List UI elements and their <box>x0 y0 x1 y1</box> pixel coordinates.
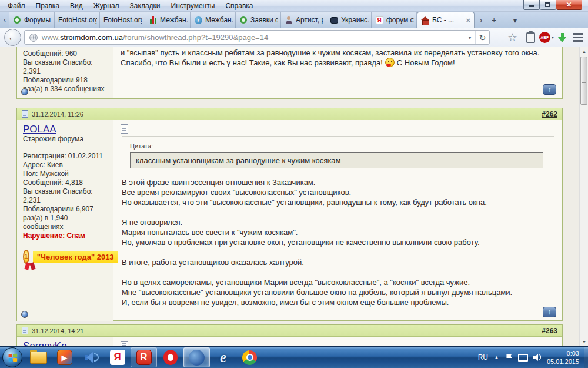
media-player-icon: ▶ <box>57 350 72 365</box>
navigation-toolbar: ← www.stroimdom.com.ua/forum/showthread.… <box>0 28 588 47</box>
download-manager-icon[interactable] <box>558 32 567 43</box>
taskbar-volume-app-button[interactable] <box>78 347 104 367</box>
menu-file[interactable]: Файл <box>2 1 31 11</box>
post-text-line: Но оказывается, что эти "высококлассные"… <box>122 197 553 207</box>
post-date: 31.12.2014, 14:21 <box>32 327 84 334</box>
scrollbar-thumb[interactable] <box>580 57 587 105</box>
url-bar[interactable]: www.stroimdom.com.ua/forum/showthread.ph… <box>24 30 490 45</box>
menu-bookmarks[interactable]: Закладки <box>125 1 166 11</box>
tab-fotohost-2[interactable]: FotoHost.org <box>100 12 145 28</box>
post-text-line <box>122 267 553 277</box>
back-button[interactable]: ← <box>4 29 21 46</box>
tray-date: 05.01.2015 <box>547 357 579 366</box>
award-badge: 1 "Человек года" 2013 <box>23 250 107 264</box>
start-button[interactable] <box>2 347 22 367</box>
scroll-to-top-button[interactable]: ↑ <box>543 307 556 317</box>
tab-zayavki[interactable]: Заявки ф... <box>236 12 281 28</box>
user-title: Старожил форума <box>23 135 107 144</box>
tab-forums[interactable]: Форумы ... <box>9 12 55 28</box>
scroll-to-top-button[interactable]: ↑ <box>543 84 556 95</box>
tab-artist[interactable]: Артист, р... <box>281 12 326 28</box>
post-content: и "всыпав" пусть и классным ребятам за р… <box>113 47 562 98</box>
taskbar-opera-button[interactable] <box>157 347 183 367</box>
post-type-icon <box>121 341 128 346</box>
post-type-icon <box>121 124 128 134</box>
user-stat: Поблагодарили 918 раз(а) в 334 сообщения… <box>23 76 107 94</box>
minimize-button[interactable] <box>523 0 540 10</box>
user-stat: Сообщений: 960 <box>23 49 107 58</box>
bookmark-star-icon[interactable]: ☆ <box>507 32 517 44</box>
close-button[interactable]: ✕ <box>556 0 582 10</box>
tab-mezhban-2[interactable]: i Межбан... <box>191 12 236 28</box>
post-number-link[interactable]: #263 <box>542 327 557 335</box>
post-text-line: Спасибо, что Вы были и есть у нас! Такие… <box>121 58 555 68</box>
firefox-menubar: Файл Правка Вид Журнал Закладки Инструме… <box>0 0 588 12</box>
volume-app-icon <box>83 351 99 364</box>
post-262: 31.12.2014, 11:26 #262 POLAA Старожил фо… <box>16 108 563 321</box>
history-dropdown-icon[interactable]: ▾ <box>465 35 475 41</box>
opera-icon <box>163 350 178 365</box>
reload-icon[interactable]: ↻ <box>475 31 489 44</box>
taskbar-explorer-button[interactable] <box>25 347 51 367</box>
online-status-icon <box>21 88 28 95</box>
url-domain: stroimdom.com.ua <box>60 33 123 42</box>
post-text-line: Мне "высококлассные" установщики установ… <box>122 287 553 297</box>
show-desktop-button[interactable] <box>584 347 588 368</box>
speaker-icon[interactable] <box>533 353 541 362</box>
action-center-flag-icon[interactable] <box>505 353 512 362</box>
divider <box>122 136 554 137</box>
new-tab-button[interactable]: + <box>487 12 500 28</box>
clipboard-icon[interactable] <box>526 32 535 43</box>
show-hidden-icons-chevron[interactable]: ▲ <box>494 354 499 360</box>
page-scrollbar[interactable]: ▲ ▼ <box>579 47 588 346</box>
adblock-button[interactable]: ABP ▾ <box>539 32 554 43</box>
network-icon[interactable] <box>518 354 527 362</box>
menu-hamburger-icon[interactable] <box>571 32 584 43</box>
taskbar-firefox-button[interactable] <box>183 347 210 367</box>
taskbar-yandex-button[interactable]: Я <box>104 347 131 367</box>
windows-logo-icon <box>8 353 17 362</box>
post-number-link[interactable]: #262 <box>542 110 557 118</box>
menu-view[interactable]: Вид <box>65 1 88 11</box>
chrome-icon <box>242 350 257 365</box>
taskbar-r-app-button[interactable]: R <box>131 347 157 367</box>
tab-bs-active[interactable]: БС - ... × <box>417 12 475 28</box>
violation-label: Нарушение: Спам <box>23 231 107 240</box>
menu-edit[interactable]: Правка <box>31 1 65 11</box>
tab-close-icon[interactable]: × <box>465 16 472 25</box>
scrollbar-down-icon[interactable]: ▼ <box>580 337 588 346</box>
tab-bar: ‹ Форумы ... FotoHost.org FotoHost.org М… <box>0 12 588 28</box>
smiley-icon <box>385 58 395 67</box>
tab-mezhban-1[interactable]: Межбан... <box>145 12 191 28</box>
post-date-icon <box>22 327 28 334</box>
post-text: В этой фразе квинтэссенция отношения к З… <box>122 177 553 307</box>
scroll-tabs-right-button[interactable]: › <box>475 12 487 28</box>
post-text-line: Я не оговорился. <box>122 217 553 227</box>
quote-box: классным установщикам за равнодушие к чу… <box>130 152 543 168</box>
clock[interactable]: 0:03 05.01.2015 <box>547 349 579 366</box>
username-link[interactable]: POLAA <box>23 125 56 134</box>
tab-forum-st[interactable]: Я форум ст... <box>372 12 417 28</box>
award-label: "Человек года" 2013 <box>33 251 118 263</box>
site-identity-globe-icon[interactable] <box>29 34 38 42</box>
close-icon: ✕ <box>566 1 572 8</box>
url-path: /forum/showthread.php?t=19290&page=14 <box>123 33 268 42</box>
post-text-line: Но в целях саморекламы, установщики Мари… <box>122 277 553 287</box>
user-info-line: Адрес: Киев <box>23 161 107 170</box>
taskbar-mediaplayer-button[interactable]: ▶ <box>51 347 78 367</box>
taskbar-ie-button[interactable]: e <box>210 347 236 367</box>
house-favicon <box>421 16 429 24</box>
person-favicon <box>285 16 293 24</box>
menu-tools[interactable]: Инструменты <box>166 1 220 11</box>
menu-help[interactable]: Справка <box>220 1 258 11</box>
menu-history[interactable]: Журнал <box>88 1 125 11</box>
restore-button[interactable] <box>540 0 556 10</box>
taskbar-chrome-button[interactable] <box>236 347 263 367</box>
language-indicator[interactable]: RU <box>478 353 488 362</box>
scroll-tabs-left-button[interactable]: ‹ <box>0 12 9 28</box>
list-all-tabs-button[interactable]: ▾ <box>509 12 522 28</box>
scrollbar-up-icon[interactable]: ▲ <box>580 47 588 56</box>
username-link[interactable]: SergeyKo <box>23 342 67 346</box>
tab-fotohost-1[interactable]: FotoHost.org <box>55 12 100 28</box>
tab-ukrains[interactable]: Украинс... <box>326 12 372 28</box>
